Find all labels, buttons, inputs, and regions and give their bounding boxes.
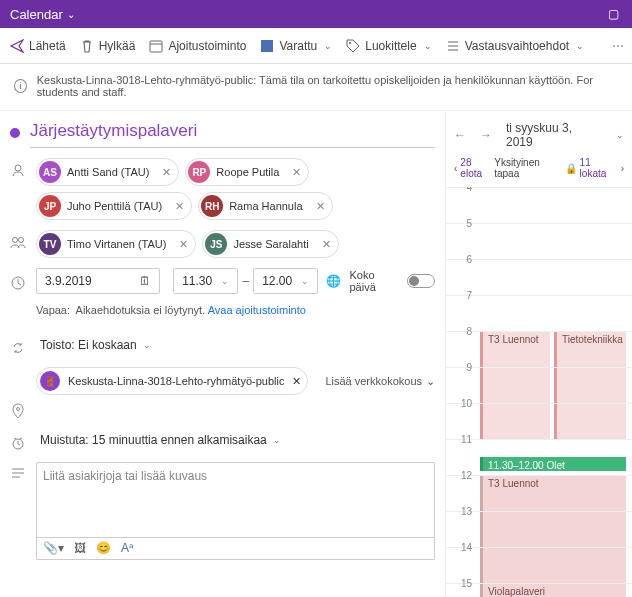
room-chip[interactable]: 🚪 Keskusta-Linna-3018-Lehto-ryhmätyö-pub… xyxy=(36,367,308,395)
attendee-chip[interactable]: JSJesse Saralahti✕ xyxy=(202,230,338,258)
date-value: 3.9.2019 xyxy=(45,274,92,288)
remove-attendee-button[interactable]: ✕ xyxy=(159,166,174,179)
hour-label: 4 xyxy=(446,187,476,193)
hour-label: 12 xyxy=(446,470,476,481)
add-online-meeting[interactable]: Lisää verkkokokous ⌄ xyxy=(325,375,435,388)
response-options-button[interactable]: Vastausvaihtoehdot ⌄ xyxy=(446,39,585,53)
description-icon xyxy=(10,466,26,482)
window-expand-icon[interactable]: ▢ xyxy=(604,7,622,21)
hour-label: 11 xyxy=(446,434,476,445)
chevron-down-icon: ⌄ xyxy=(424,41,432,51)
hour-label: 6 xyxy=(446,254,476,265)
prev-day-button[interactable]: ← xyxy=(454,128,466,142)
info-bar: i Keskusta-Linna-3018-Lehto-ryhmätyö-pub… xyxy=(0,64,632,111)
event-form: Järjestäytymispalaveri ASAntti Sand (TAU… xyxy=(0,111,445,597)
person-icon xyxy=(10,162,26,178)
remove-attendee-button[interactable]: ✕ xyxy=(172,200,187,213)
avatar: RP xyxy=(188,161,210,183)
category-dot[interactable] xyxy=(10,128,20,138)
attendee-chip[interactable]: TVTimo Virtanen (TAU)✕ xyxy=(36,230,196,258)
hour-label: 7 xyxy=(446,290,476,301)
command-toolbar: Lähetä Hylkää Ajoitustoiminto Varattu ⌄ … xyxy=(0,28,632,64)
scheduling-assistant-button[interactable]: Ajoitustoiminto xyxy=(149,39,246,53)
subject-input[interactable]: Järjestäytymispalaveri xyxy=(30,121,435,148)
main-area: Järjestäytymispalaveri ASAntti Sand (TAU… xyxy=(0,111,632,597)
timeline[interactable]: T3 LuennotTietotekniikka11.30–12.00 Olet… xyxy=(446,187,632,597)
formatting-icon[interactable]: Aᵃ xyxy=(121,541,134,555)
insert-image-icon[interactable]: 🖼 xyxy=(74,541,86,555)
app-name[interactable]: Calendar xyxy=(10,7,63,22)
chevron-down-icon: ⌄ xyxy=(301,276,309,286)
editor-toolbar: 📎▾ 🖼 😊 Aᵃ xyxy=(36,537,435,560)
hour-label: 10 xyxy=(446,398,476,409)
chevron-down-icon: ⌄ xyxy=(426,375,435,388)
timezone-icon[interactable]: 🌐 xyxy=(326,274,341,288)
svg-point-3 xyxy=(15,165,21,171)
avatar: AS xyxy=(39,161,61,183)
calendar-date-label[interactable]: ti syyskuu 3, 2019 xyxy=(506,121,602,149)
app-dropdown-chevron[interactable]: ⌄ xyxy=(67,9,75,20)
reminder-icon xyxy=(10,435,26,451)
next-day-button[interactable]: → xyxy=(480,128,492,142)
attendee-chip[interactable]: RHRama Hannula✕ xyxy=(198,192,332,220)
clock-icon xyxy=(10,275,26,291)
end-time-input[interactable]: 12.00 ⌄ xyxy=(253,268,318,294)
chevron-down-icon: ⌄ xyxy=(576,41,584,51)
description-editor[interactable]: Liitä asiakirjoja tai lisää kuvaus xyxy=(36,462,435,538)
attendee-name: Timo Virtanen (TAU) xyxy=(67,238,166,250)
date-input[interactable]: 3.9.2019 🗓 xyxy=(36,268,160,294)
avatar: JS xyxy=(205,233,227,255)
start-time-value: 11.30 xyxy=(182,274,212,288)
schedassist-label: Ajoitustoiminto xyxy=(168,39,246,53)
info-text: Keskusta-Linna-3018-Lehto-ryhmätyö-publi… xyxy=(37,74,618,98)
show-as-button[interactable]: Varattu ⌄ xyxy=(260,39,332,53)
attendee-chip[interactable]: ASAntti Sand (TAU)✕ xyxy=(36,158,179,186)
attach-icon[interactable]: 📎▾ xyxy=(43,541,64,555)
room-name: Keskusta-Linna-3018-Lehto-ryhmätyö-publi… xyxy=(68,375,284,387)
categorize-button[interactable]: Luokittele ⌄ xyxy=(346,39,431,53)
attendee-chip[interactable]: RPRoope Putila✕ xyxy=(185,158,309,186)
svg-rect-1 xyxy=(261,40,273,52)
scheduling-suggestions: Vapaa: Aikaehdotuksia ei löytynyt. Avaa … xyxy=(36,304,435,316)
free-label: Vapaa: xyxy=(36,304,70,316)
remove-attendee-button[interactable]: ✕ xyxy=(313,200,328,213)
start-time-input[interactable]: 11.30 ⌄ xyxy=(173,268,238,294)
remove-attendee-button[interactable]: ✕ xyxy=(176,238,191,251)
send-button[interactable]: Lähetä xyxy=(10,39,66,53)
optional-attendees[interactable]: TVTimo Virtanen (TAU)✕JSJesse Saralahti✕ xyxy=(36,230,435,258)
avatar: TV xyxy=(39,233,61,255)
avatar: JP xyxy=(39,195,61,217)
hour-label: 5 xyxy=(446,218,476,229)
trash-icon xyxy=(80,39,94,53)
hour-label: 8 xyxy=(446,326,476,337)
send-icon xyxy=(10,39,24,53)
free-text: Aikaehdotuksia ei löytynyt. xyxy=(76,304,206,316)
required-attendees[interactable]: ASAntti Sand (TAU)✕RPRoope Putila✕JPJuho… xyxy=(36,158,435,220)
remove-attendee-button[interactable]: ✕ xyxy=(319,238,334,251)
calendar-prev-range[interactable]: ‹28 elota xyxy=(454,157,494,179)
recurrence-select[interactable]: Toisto: Ei koskaan ⌄ xyxy=(36,334,155,357)
avatar: RH xyxy=(201,195,223,217)
calendar-icon: 🗓 xyxy=(139,274,151,288)
calendar-next-range[interactable]: 🔒 11 lokata› xyxy=(565,157,624,179)
hour-label: 15 xyxy=(446,578,476,589)
open-scheduling-link[interactable]: Avaa ajoitustoiminto xyxy=(208,304,306,316)
all-day-toggle-group: Koko päivä xyxy=(349,269,435,293)
attendee-chip[interactable]: JPJuho Penttilä (TAU)✕ xyxy=(36,192,192,220)
reminder-select[interactable]: Muistuta: 15 minuuttia ennen alkamisaika… xyxy=(36,429,285,452)
add-online-label: Lisää verkkokokous xyxy=(325,375,422,387)
discard-button[interactable]: Hylkää xyxy=(80,39,136,53)
svg-point-4 xyxy=(13,238,18,243)
discard-label: Hylkää xyxy=(99,39,136,53)
chevron-down-icon[interactable]: ⌄ xyxy=(616,130,624,140)
categorize-label: Luokittele xyxy=(365,39,416,53)
all-day-label: Koko päivä xyxy=(349,269,400,293)
more-button[interactable]: ⋯ xyxy=(612,39,625,53)
remove-room-button[interactable]: ✕ xyxy=(292,375,301,388)
all-day-toggle[interactable] xyxy=(407,274,435,288)
hour-label: 14 xyxy=(446,542,476,553)
remove-attendee-button[interactable]: ✕ xyxy=(289,166,304,179)
location-pin-icon xyxy=(10,403,26,419)
next-range-label: 11 lokata xyxy=(580,157,618,179)
emoji-icon[interactable]: 😊 xyxy=(96,541,111,555)
